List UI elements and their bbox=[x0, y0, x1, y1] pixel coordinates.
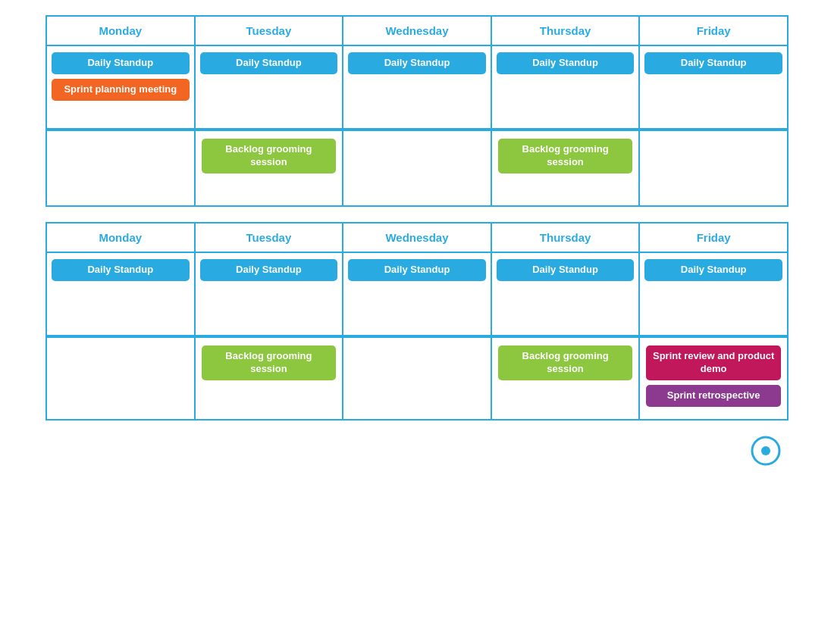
week1-row2-friday bbox=[639, 130, 788, 206]
week1-friday-header: Friday bbox=[639, 16, 788, 45]
week2-thursday-header: Thursday bbox=[491, 223, 640, 252]
week2-row2-monday bbox=[46, 337, 195, 420]
week1-row2-table: Backlog grooming session Backlog groomin… bbox=[45, 130, 789, 207]
asana-logo-icon bbox=[751, 436, 781, 466]
week1-thursday-cell: Daily Standup bbox=[491, 45, 640, 129]
week1-tue-backlog[interactable]: Backlog grooming session bbox=[202, 139, 337, 174]
logo-area bbox=[45, 436, 789, 466]
week2-thu-standup[interactable]: Daily Standup bbox=[497, 259, 635, 281]
week2-friday-header: Friday bbox=[639, 223, 788, 252]
week1-tuesday-header: Tuesday bbox=[195, 16, 343, 45]
week1-wednesday-cell: Daily Standup bbox=[343, 45, 491, 129]
week2-row2-thursday: Backlog grooming session bbox=[491, 337, 640, 420]
week1-row2-monday bbox=[46, 130, 195, 206]
week1-row2: Backlog grooming session Backlog groomin… bbox=[46, 130, 788, 206]
week2-thursday-cell: Daily Standup bbox=[491, 252, 640, 336]
week2-row2-tuesday: Backlog grooming session bbox=[195, 337, 343, 420]
week1-row2-tuesday: Backlog grooming session bbox=[195, 130, 343, 206]
week1-tue-standup[interactable]: Daily Standup bbox=[200, 52, 338, 74]
week2-wed-standup[interactable]: Daily Standup bbox=[348, 259, 486, 281]
week1-tuesday-cell: Daily Standup bbox=[195, 45, 343, 129]
week2-events-row: Daily Standup Daily Standup Daily Standu… bbox=[46, 252, 788, 336]
week2-monday-cell: Daily Standup bbox=[46, 252, 195, 336]
week2-tue-backlog[interactable]: Backlog grooming session bbox=[202, 345, 337, 380]
week1-wednesday-header: Wednesday bbox=[343, 16, 491, 45]
week2-fri-standup[interactable]: Daily Standup bbox=[644, 259, 782, 281]
week2-row2-wednesday bbox=[343, 337, 491, 420]
week1-wed-standup[interactable]: Daily Standup bbox=[348, 52, 486, 74]
week1-row2-wednesday bbox=[343, 130, 491, 206]
week2-tuesday-header: Tuesday bbox=[195, 223, 343, 252]
week2-tuesday-cell: Daily Standup bbox=[195, 252, 343, 336]
week1-mon-standup[interactable]: Daily Standup bbox=[52, 52, 190, 74]
week1-thu-standup[interactable]: Daily Standup bbox=[497, 52, 635, 74]
week2-friday-cell: Daily Standup bbox=[639, 252, 788, 336]
week2-fri-sprint-review[interactable]: Sprint review and product demo bbox=[646, 345, 781, 380]
svg-point-1 bbox=[761, 446, 770, 455]
week2-thu-backlog[interactable]: Backlog grooming session bbox=[498, 345, 633, 380]
week1-thu-backlog[interactable]: Backlog grooming session bbox=[498, 139, 633, 174]
week1-fri-standup[interactable]: Daily Standup bbox=[644, 52, 782, 74]
week1-mon-sprint-planning[interactable]: Sprint planning meeting bbox=[52, 79, 190, 101]
week2-row2-friday: Sprint review and product demo Sprint re… bbox=[639, 337, 788, 420]
week2-mon-standup[interactable]: Daily Standup bbox=[52, 259, 190, 281]
week1-monday-header: Monday bbox=[46, 16, 195, 45]
week1-friday-cell: Daily Standup bbox=[639, 45, 788, 129]
week1-row2-thursday: Backlog grooming session bbox=[491, 130, 640, 206]
week2-wednesday-cell: Daily Standup bbox=[343, 252, 491, 336]
week2-monday-header: Monday bbox=[46, 223, 195, 252]
week2-wednesday-header: Wednesday bbox=[343, 223, 491, 252]
week2-header-table: Monday Tuesday Wednesday Thursday Friday… bbox=[45, 222, 789, 336]
week1-events-row: Daily Standup Sprint planning meeting Da… bbox=[46, 45, 788, 129]
week2-row2: Backlog grooming session Backlog groomin… bbox=[46, 337, 788, 420]
week2-fri-retrospective[interactable]: Sprint retrospective bbox=[646, 385, 781, 407]
week2-row2-table: Backlog grooming session Backlog groomin… bbox=[45, 336, 789, 420]
week1-header-table: Monday Tuesday Wednesday Thursday Friday… bbox=[45, 15, 789, 130]
week1-thursday-header: Thursday bbox=[491, 16, 640, 45]
week1-monday-cell: Daily Standup Sprint planning meeting bbox=[46, 45, 195, 129]
week2-tue-standup[interactable]: Daily Standup bbox=[200, 259, 338, 281]
